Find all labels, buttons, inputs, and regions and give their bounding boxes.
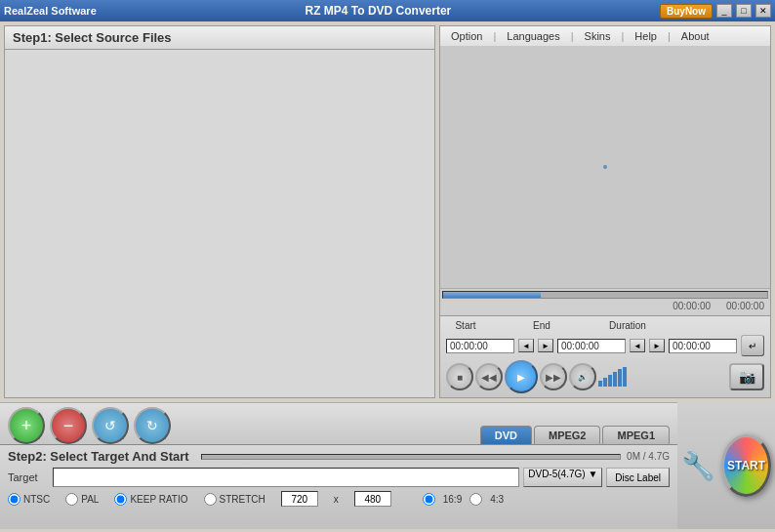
source-files-list[interactable] bbox=[5, 50, 434, 397]
stop-button[interactable]: ■ bbox=[446, 363, 473, 390]
trim-row: Start End Duration bbox=[446, 320, 764, 331]
pal-radio[interactable] bbox=[65, 493, 78, 506]
ratio-16-9-radio[interactable] bbox=[423, 493, 435, 506]
pal-radio-group: PAL bbox=[65, 493, 99, 506]
start-label: Start bbox=[446, 320, 485, 331]
screenshot-button[interactable]: 📷 bbox=[729, 363, 764, 390]
keep-ratio-label: KEEP RATIO bbox=[130, 494, 187, 505]
start-trim-right[interactable]: ► bbox=[538, 339, 553, 352]
format-tabs: DVD MPEG2 MPEG1 bbox=[480, 426, 670, 444]
step2-progress-text: 0M / 4.7G bbox=[627, 451, 670, 462]
width-input[interactable]: 720 bbox=[281, 491, 318, 507]
menu-bar: Option | Languages | Skins | Help | Abou… bbox=[439, 25, 771, 46]
step2-header: Step2: Select Target And Start bbox=[8, 449, 189, 464]
disc-label-button[interactable]: Disc Label bbox=[606, 468, 670, 487]
start-time-input[interactable]: 00:00:00 bbox=[446, 339, 514, 353]
menu-skins[interactable]: Skins bbox=[582, 29, 614, 43]
app-name: RealZeal Software bbox=[4, 5, 97, 17]
rewind-button[interactable]: ◀◀ bbox=[475, 363, 503, 390]
toolbar-and-tabs: + − ↺ ↻ DVD MPEG2 MPEG1 bbox=[0, 402, 677, 444]
step2-header-row: Step2: Select Target And Start 0M / 4.7G bbox=[8, 449, 670, 464]
ratio-4-3-label: 4:3 bbox=[490, 494, 504, 505]
target-row: Target DVD-5(4.7G) ▼ Disc Label bbox=[8, 468, 670, 487]
vol-bar-5 bbox=[618, 369, 622, 387]
step2-progress-bar bbox=[201, 454, 621, 460]
window-title: RZ MP4 To DVD Converter bbox=[305, 4, 451, 18]
progress-area: 00:00:00 00:00:00 bbox=[439, 288, 771, 315]
menu-about[interactable]: About bbox=[678, 29, 713, 43]
stretch-radio-group: STRETCH bbox=[204, 493, 265, 506]
pal-label: PAL bbox=[81, 494, 99, 505]
step2-main: + − ↺ ↻ DVD MPEG2 MPEG1 Step2: Select Ta… bbox=[0, 402, 677, 529]
vol-bar-4 bbox=[613, 372, 617, 387]
volume-indicator bbox=[598, 367, 627, 387]
end-label: End bbox=[522, 320, 561, 331]
trim-values-row: 00:00:00 ◄ ► 00:00:00 ◄ ► 00:00:00 ↵ bbox=[446, 335, 764, 356]
main-content: Step1: Select Source Files Option | Lang… bbox=[0, 21, 775, 402]
vol-bar-1 bbox=[598, 381, 602, 387]
disc-size-dropdown[interactable]: DVD-5(4.7G) ▼ bbox=[523, 468, 602, 487]
tab-dvd[interactable]: DVD bbox=[480, 426, 532, 444]
vol-bar-3 bbox=[608, 375, 612, 387]
options-row: NTSC PAL KEEP RATIO STRETCH 720 bbox=[8, 491, 670, 507]
step2-content: Step2: Select Target And Start 0M / 4.7G… bbox=[0, 444, 677, 529]
transport-controls: Start End Duration 00:00:00 ◄ ► 00:00:00… bbox=[439, 315, 771, 398]
playback-progress-fill bbox=[443, 292, 541, 298]
toolbar-buttons: + − ↺ ↻ bbox=[8, 407, 171, 444]
end-trim-left[interactable]: ◄ bbox=[630, 339, 645, 352]
playback-buttons: ■ ◀◀ ▶ ▶▶ 🔊 bbox=[446, 360, 627, 393]
mute-button[interactable]: 🔊 bbox=[569, 363, 596, 390]
target-path-input[interactable] bbox=[53, 468, 519, 487]
step2-right: 🔧 START bbox=[677, 402, 775, 529]
maximize-button[interactable]: □ bbox=[736, 4, 752, 18]
tools-icon[interactable]: 🔧 bbox=[681, 450, 715, 482]
start-button[interactable]: START bbox=[721, 434, 771, 497]
playback-progress-track[interactable] bbox=[442, 291, 768, 299]
playback-controls-row: ■ ◀◀ ▶ ▶▶ 🔊 📷 bbox=[446, 360, 764, 393]
buynow-button[interactable]: BuyNow bbox=[660, 4, 713, 19]
play-button[interactable]: ▶ bbox=[505, 360, 538, 393]
step2-row: + − ↺ ↻ DVD MPEG2 MPEG1 Step2: Select Ta… bbox=[0, 402, 775, 529]
end-trim-right[interactable]: ► bbox=[649, 339, 665, 352]
keep-ratio-radio[interactable] bbox=[114, 493, 127, 506]
target-label: Target bbox=[8, 471, 49, 483]
time-current: 00:00:00 bbox=[673, 301, 711, 311]
title-bar-controls: BuyNow _ □ ✕ bbox=[660, 4, 771, 19]
move-down-button[interactable]: ↻ bbox=[134, 407, 171, 444]
keep-ratio-radio-group: KEEP RATIO bbox=[114, 493, 187, 506]
add-file-button[interactable]: + bbox=[8, 407, 45, 444]
end-time-input[interactable]: 00:00:00 bbox=[557, 339, 626, 353]
bottom-section: + − ↺ ↻ DVD MPEG2 MPEG1 Step2: Select Ta… bbox=[0, 402, 775, 529]
title-bar: RealZeal Software RZ MP4 To DVD Converte… bbox=[0, 0, 775, 21]
ratio-16-9-label: 16:9 bbox=[443, 494, 462, 505]
close-button[interactable]: ✕ bbox=[755, 4, 771, 18]
move-up-button[interactable]: ↺ bbox=[92, 407, 129, 444]
ntsc-label: NTSC bbox=[23, 494, 50, 505]
right-panel: Option | Languages | Skins | Help | Abou… bbox=[439, 25, 771, 398]
vol-bar-6 bbox=[623, 367, 627, 387]
set-trim-button[interactable]: ↵ bbox=[741, 335, 764, 356]
tab-mpeg2[interactable]: MPEG2 bbox=[534, 426, 601, 444]
tab-mpeg1[interactable]: MPEG1 bbox=[602, 426, 670, 444]
menu-help[interactable]: Help bbox=[632, 29, 660, 43]
time-display: 00:00:00 00:00:00 bbox=[442, 299, 768, 313]
vol-bar-2 bbox=[603, 378, 607, 387]
menu-languages[interactable]: Languages bbox=[504, 29, 562, 43]
forward-button[interactable]: ▶▶ bbox=[540, 363, 567, 390]
remove-file-button[interactable]: − bbox=[50, 407, 87, 444]
start-trim-left[interactable]: ◄ bbox=[518, 339, 534, 352]
source-files-panel: Step1: Select Source Files bbox=[4, 25, 435, 398]
time-total: 00:00:00 bbox=[726, 301, 764, 311]
ratio-4-3-radio[interactable] bbox=[469, 493, 482, 506]
stretch-radio[interactable] bbox=[204, 493, 217, 506]
menu-option[interactable]: Option bbox=[448, 29, 485, 43]
size-separator: x bbox=[334, 494, 339, 505]
duration-input[interactable]: 00:00:00 bbox=[669, 339, 737, 353]
ntsc-radio-group: NTSC bbox=[8, 493, 50, 506]
ratio-group: 16:9 4:3 bbox=[423, 493, 504, 506]
height-input[interactable]: 480 bbox=[354, 491, 391, 507]
preview-area bbox=[439, 46, 771, 288]
ntsc-radio[interactable] bbox=[8, 493, 20, 506]
stretch-label: STRETCH bbox=[220, 494, 265, 505]
minimize-button[interactable]: _ bbox=[716, 4, 732, 18]
